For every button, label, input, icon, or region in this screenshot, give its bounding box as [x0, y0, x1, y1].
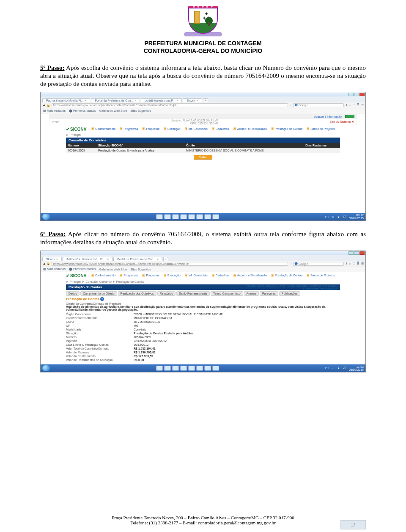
menu-icon[interactable]: ☰: [361, 262, 364, 265]
subtab[interactable]: Relatórios: [157, 291, 176, 296]
subtab[interactable]: Cumprimento do Objeto: [80, 291, 117, 296]
taskbar-app-icon[interactable]: [212, 366, 219, 371]
menu-item[interactable]: ▣ Banco de Projetos: [307, 127, 335, 130]
window-max-icon[interactable]: [354, 93, 359, 96]
window-max-icon[interactable]: [354, 251, 359, 255]
menu-item[interactable]: ▣ Acomp. e Fiscalização: [233, 127, 267, 130]
menu-item[interactable]: ▣ Prestação de Contas: [271, 274, 302, 277]
list-icon[interactable]: ≣: [357, 262, 359, 265]
bookmark-icon[interactable]: ☐: [353, 104, 355, 107]
back-icon[interactable]: ◄: [42, 104, 45, 107]
taskbar-app-icon[interactable]: [180, 366, 187, 371]
taskbar-app-icon[interactable]: [156, 366, 163, 371]
subtab[interactable]: Dados: [66, 291, 80, 296]
help-icon[interactable]: ?: [100, 297, 104, 301]
bookmark-link[interactable]: Sites Sugeridos: [130, 268, 151, 271]
new-tab-button[interactable]: +: [203, 98, 208, 102]
logout-link[interactable]: Sair do Sistema ✖: [330, 120, 354, 124]
menu-item[interactable]: ▣ Inf. Gerenciais: [185, 127, 208, 130]
bookmark-link[interactable]: Galeria do Web Slice: [99, 109, 127, 112]
subtab[interactable]: Anexos: [244, 291, 259, 296]
window-min-icon[interactable]: [348, 251, 354, 255]
menu-item[interactable]: ▣ Execução: [164, 127, 181, 130]
browser-tab[interactable]: Portal da Prefeitura de Con... ×: [113, 257, 162, 261]
tray-flag-icon[interactable]: ▭: [332, 215, 335, 218]
menu-item[interactable]: ▣ Inf. Gerenciais: [185, 274, 208, 277]
bookmark-link[interactable]: ⬤ Primeiros passos: [69, 267, 96, 271]
menu-item[interactable]: ▣ Programas: [120, 274, 138, 277]
taskbar-app-icon[interactable]: [188, 366, 195, 371]
start-button[interactable]: [42, 214, 50, 220]
browser-tab[interactable]: Página inicial do Mozilla Fi... ×: [42, 98, 90, 102]
taskbar-app-icon[interactable]: [196, 366, 203, 371]
bookmark-link[interactable]: ▦ Mais visitados: [43, 267, 66, 271]
voltar-button[interactable]: Voltar: [194, 155, 212, 160]
menu-item[interactable]: ▣ Acomp. e Fiscalização: [233, 274, 267, 277]
back-icon[interactable]: ◄: [42, 262, 45, 265]
subtab[interactable]: Pareceres: [260, 291, 278, 296]
home-icon[interactable]: ⌂: [349, 262, 351, 265]
windows-taskbar: PT ▭ ▲ 🔊 11:5203/02/2015: [41, 364, 365, 372]
taskbar-app-icon[interactable]: [188, 214, 195, 219]
search-field[interactable]: 🅖 Google: [293, 262, 344, 266]
bookmark-link[interactable]: Galeria do Web Slice: [99, 268, 127, 271]
download-icon[interactable]: ⬇: [345, 262, 348, 265]
taskbar-app-icon[interactable]: [180, 214, 187, 219]
menu-item[interactable]: ▣ Propostas: [142, 274, 159, 277]
bookmark-icon[interactable]: ☐: [353, 262, 355, 265]
window-close-icon[interactable]: [359, 93, 365, 96]
taskbar-app-icon[interactable]: [164, 366, 171, 371]
download-icon[interactable]: ⬇: [345, 104, 348, 107]
taskbar-app-icon[interactable]: [204, 214, 211, 219]
taskbar-app-icon[interactable]: [204, 366, 211, 371]
menu-item[interactable]: ▣ Cadastramento: [91, 274, 115, 277]
subtab[interactable]: Publicações: [279, 291, 300, 296]
subtab[interactable]: Termo Compromisso: [211, 291, 243, 296]
address-bar[interactable]: https://www.convenios.gov.br/siconv/pres…: [52, 262, 288, 266]
subtab[interactable]: Saldo Remanescente: [176, 291, 210, 296]
table-row[interactable]: 705164/2009 Prestação de Contas Enviada …: [66, 148, 340, 153]
bookmark-link[interactable]: Sites Sugeridos: [130, 109, 151, 112]
new-tab-button[interactable]: +: [163, 257, 168, 261]
taskbar-app-icon[interactable]: [164, 214, 171, 219]
tray-volume-icon[interactable]: 🔊: [343, 215, 346, 218]
tray-volume-icon[interactable]: 🔊: [343, 367, 346, 370]
access-info-link[interactable]: Acesse à informação: [314, 115, 342, 118]
menu-item[interactable]: ▣ Programas: [120, 127, 138, 130]
menu-icon[interactable]: ☰: [361, 104, 364, 107]
top-menu: ▣ Cadastramento▣ Programas▣ Propostas▣ E…: [91, 273, 335, 279]
menu-item[interactable]: ▣ Cadastros: [212, 274, 229, 277]
menu-item[interactable]: ▣ Cadastros: [212, 127, 229, 130]
address-bar[interactable]: https://www.convenios.gov.br/siconv/pres…: [52, 103, 288, 107]
home-icon[interactable]: ⌂: [349, 104, 351, 107]
menu-item[interactable]: ▣ Prestação de Contas: [271, 127, 302, 130]
taskbar-app-icon[interactable]: [172, 366, 179, 371]
browser-tab[interactable]: Portal da Prefeitura de Con... ×: [91, 98, 140, 102]
menu-item[interactable]: ▣ Execução: [164, 274, 181, 277]
menu-item[interactable]: ▣ Cadastramento: [91, 127, 115, 130]
window-min-icon[interactable]: [348, 93, 354, 96]
plus-icon: ▣: [142, 274, 145, 277]
bookmark-link[interactable]: ▦ Mais visitados: [43, 109, 66, 113]
browser-tab[interactable]: Siconv ×: [42, 257, 62, 261]
menu-item[interactable]: ▣ Banco de Projetos: [307, 274, 335, 277]
tray-lang[interactable]: PT: [325, 215, 329, 218]
window-close-icon[interactable]: [359, 251, 365, 255]
tray-lang[interactable]: PT: [325, 367, 329, 369]
start-button[interactable]: [42, 365, 50, 371]
browser-tab[interactable]: portalintranetsiconv:P... ×: [141, 98, 182, 102]
list-icon[interactable]: ≣: [357, 104, 359, 107]
browser-tab[interactable]: Siconv ×: [183, 98, 202, 102]
tray-flag-icon[interactable]: ▭: [332, 367, 335, 370]
subtab[interactable]: Realização dos Objetivos: [118, 291, 156, 296]
taskbar-app-icon[interactable]: [212, 214, 219, 219]
tray-up-icon[interactable]: ▲: [337, 367, 340, 369]
taskbar-app-icon[interactable]: [196, 214, 203, 219]
taskbar-app-icon[interactable]: [172, 214, 179, 219]
taskbar-app-icon[interactable]: [156, 214, 163, 219]
menu-item[interactable]: ▣ Propostas: [142, 127, 159, 130]
browser-tab[interactable]: AnimesCX_Vassourashi_Pe... ×: [63, 257, 112, 261]
tray-up-icon[interactable]: ▲: [337, 215, 340, 218]
bookmark-link[interactable]: ⬤ Primeiros passos: [69, 109, 96, 113]
search-field[interactable]: 🅖 Google: [293, 103, 344, 107]
